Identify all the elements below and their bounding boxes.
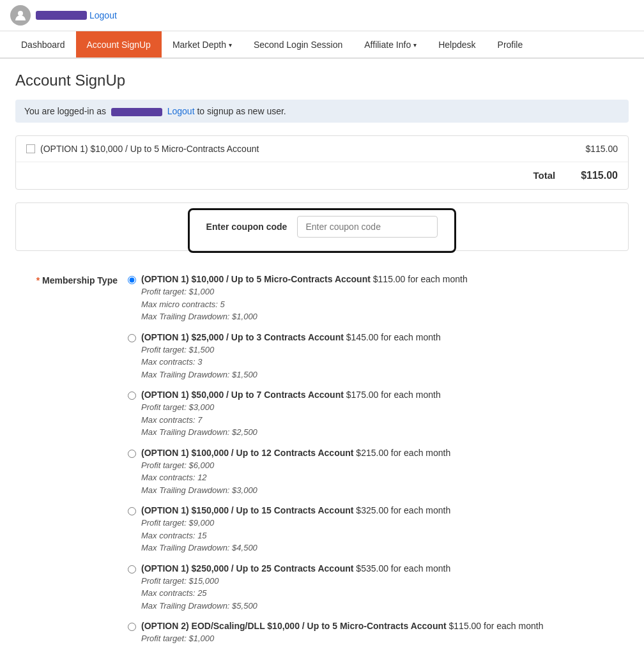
username-redacted (36, 11, 87, 20)
option-title: (OPTION 1) $100,000 / Up to 12 Contracts… (141, 448, 450, 458)
order-item-checkbox[interactable] (26, 144, 35, 153)
membership-radio-opt1d[interactable] (128, 450, 136, 458)
membership-option-label[interactable]: (OPTION 2) EOD/Scaling/DLL $10,000 / Up … (128, 621, 618, 645)
membership-radio-opt1e[interactable] (128, 507, 136, 515)
nav-market-depth[interactable]: Market Depth ▾ (162, 31, 243, 57)
option-text: (OPTION 1) $25,000 / Up to 3 Contracts A… (141, 332, 441, 381)
membership-row: * Membership Type (OPTION 1) $10,000 / U… (26, 274, 618, 654)
required-star: * (36, 275, 40, 285)
membership-option: (OPTION 1) $100,000 / Up to 12 Contracts… (128, 448, 618, 497)
membership-option-label[interactable]: (OPTION 1) $250,000 / Up to 25 Contracts… (128, 563, 618, 612)
membership-option-label[interactable]: (OPTION 1) $25,000 / Up to 3 Contracts A… (128, 332, 618, 381)
info-logout-link[interactable]: Logout (167, 106, 195, 116)
option-details: Profit target: $9,000Max contracts: 15Ma… (141, 517, 450, 554)
membership-option-label[interactable]: (OPTION 1) $150,000 / Up to 15 Contracts… (128, 505, 618, 554)
membership-option: (OPTION 1) $25,000 / Up to 3 Contracts A… (128, 332, 618, 381)
option-text: (OPTION 1) $100,000 / Up to 12 Contracts… (141, 448, 450, 497)
order-total-label: Total (533, 170, 555, 181)
nav-affiliate-info[interactable]: Affiliate Info ▾ (353, 31, 427, 57)
page-title: Account SignUp (15, 72, 629, 89)
membership-option-label[interactable]: (OPTION 1) $50,000 / Up to 7 Contracts A… (128, 390, 618, 439)
info-suffix: to signup as new user. (197, 106, 286, 116)
membership-radio-opt1c[interactable] (128, 392, 136, 400)
membership-radio-opt1f[interactable] (128, 565, 136, 574)
membership-options: (OPTION 1) $10,000 / Up to 5 Micro-Contr… (128, 274, 618, 654)
logout-link[interactable]: Logout (89, 10, 117, 20)
nav-profile[interactable]: Profile (487, 31, 534, 57)
page-content: Account SignUp You are logged-in as Logo… (0, 59, 644, 654)
option-text: (OPTION 1) $10,000 / Up to 5 Micro-Contr… (141, 274, 468, 323)
option-title: (OPTION 1) $50,000 / Up to 7 Contracts A… (141, 390, 441, 400)
membership-option-label[interactable]: (OPTION 1) $100,000 / Up to 12 Contracts… (128, 448, 618, 497)
coupon-input[interactable] (297, 216, 438, 238)
option-details: Profit target: $6,000Max contracts: 12Ma… (141, 459, 450, 497)
order-item-label: (OPTION 1) $10,000 / Up to 5 Micro-Contr… (26, 144, 259, 154)
nav-second-login[interactable]: Second Login Session (243, 31, 353, 57)
membership-option-label[interactable]: (OPTION 1) $10,000 / Up to 5 Micro-Contr… (128, 274, 618, 323)
option-text: (OPTION 1) $250,000 / Up to 25 Contracts… (141, 563, 450, 612)
option-title: (OPTION 1) $250,000 / Up to 25 Contracts… (141, 563, 450, 574)
order-summary: (OPTION 1) $10,000 / Up to 5 Micro-Contr… (15, 135, 629, 190)
option-details: Profit target: $15,000Max contracts: 25M… (141, 575, 450, 612)
coupon-inner: Enter coupon code (26, 216, 618, 238)
membership-radio-opt1b[interactable] (128, 334, 136, 342)
membership-section: * Membership Type (OPTION 1) $10,000 / U… (15, 264, 629, 654)
nav-account-signup[interactable]: Account SignUp (76, 31, 162, 57)
order-total-value: $115.00 (581, 170, 618, 181)
membership-option: (OPTION 1) $150,000 / Up to 15 Contracts… (128, 505, 618, 554)
membership-radio-opt1a[interactable] (128, 276, 136, 284)
option-text: (OPTION 1) $50,000 / Up to 7 Contracts A… (141, 390, 441, 439)
option-details: Profit target: $1,000 (141, 632, 543, 645)
order-item-price: $115.00 (585, 144, 618, 154)
market-depth-dropdown-icon: ▾ (229, 42, 232, 49)
option-details: Profit target: $3,000Max contracts: 7Max… (141, 401, 441, 439)
option-title: (OPTION 1) $25,000 / Up to 3 Contracts A… (141, 332, 441, 342)
affiliate-info-dropdown-icon: ▾ (413, 42, 417, 49)
option-title: (OPTION 1) $10,000 / Up to 5 Micro-Contr… (141, 274, 468, 284)
option-details: Profit target: $1,500Max contracts: 3Max… (141, 344, 441, 381)
order-total-row: Total $115.00 (16, 162, 628, 189)
top-bar: Logout (0, 0, 644, 31)
svg-point-0 (18, 11, 23, 16)
coupon-label: Enter coupon code (206, 222, 288, 232)
avatar (10, 5, 31, 26)
option-text: (OPTION 1) $150,000 / Up to 15 Contracts… (141, 505, 450, 554)
nav-dashboard[interactable]: Dashboard (10, 31, 76, 57)
nav-helpdesk[interactable]: Helpdesk (427, 31, 486, 57)
option-text: (OPTION 2) EOD/Scaling/DLL $10,000 / Up … (141, 621, 543, 645)
coupon-section: Enter coupon code (15, 202, 629, 251)
logged-in-username-redacted (111, 108, 162, 116)
option-title: (OPTION 1) $150,000 / Up to 15 Contracts… (141, 505, 450, 515)
order-item-row: (OPTION 1) $10,000 / Up to 5 Micro-Contr… (16, 136, 628, 162)
membership-option: (OPTION 1) $50,000 / Up to 7 Contracts A… (128, 390, 618, 439)
membership-label-text: Membership Type (42, 275, 118, 285)
membership-option: (OPTION 2) EOD/Scaling/DLL $10,000 / Up … (128, 621, 618, 645)
membership-label: * Membership Type (26, 274, 128, 285)
membership-option: (OPTION 1) $250,000 / Up to 25 Contracts… (128, 563, 618, 612)
order-item-name: (OPTION 1) $10,000 / Up to 5 Micro-Contr… (40, 144, 259, 154)
info-prefix: You are logged-in as (24, 106, 106, 116)
option-title: (OPTION 2) EOD/Scaling/DLL $10,000 / Up … (141, 621, 543, 631)
nav-bar: Dashboard Account SignUp Market Depth ▾ … (0, 31, 644, 59)
membership-radio-opt2a[interactable] (128, 623, 136, 631)
info-banner: You are logged-in as Logout to signup as… (15, 100, 629, 123)
membership-option: (OPTION 1) $10,000 / Up to 5 Micro-Contr… (128, 274, 618, 323)
option-details: Profit target: $1,000Max micro contracts… (141, 285, 468, 323)
